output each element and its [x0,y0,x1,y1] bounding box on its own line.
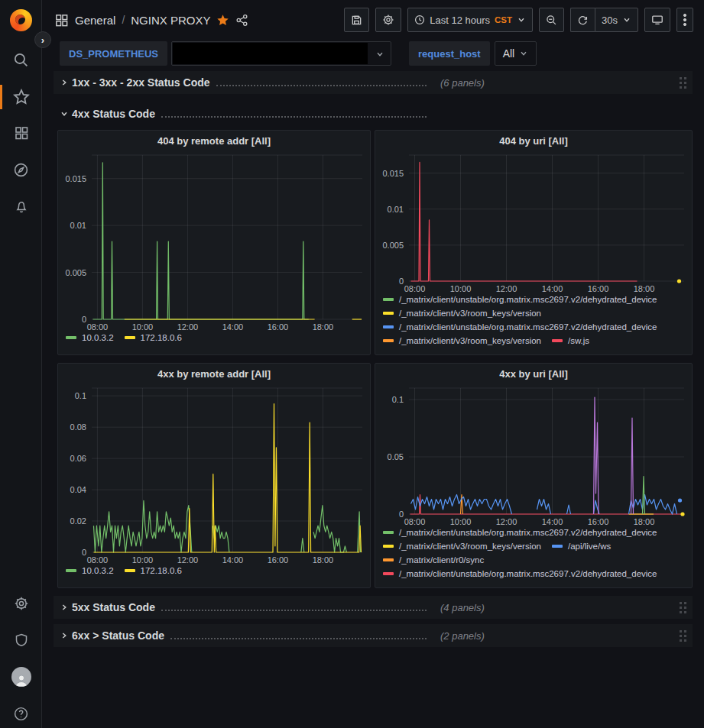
legend: 10.0.3.2172.18.0.6 [58,566,370,587]
x-axis-tick: 18:00 [634,517,655,526]
row-drag-handle[interactable] [680,630,686,642]
chart-canvas[interactable]: 00.050.108:0010:0012:0014:0016:0018:00 [375,383,692,528]
legend-swatch [66,569,76,572]
kebab-menu-button[interactable] [676,8,693,32]
legend-item[interactable]: /_matrix/client/v3/room_keys/version [383,336,541,345]
server-admin-shield-icon[interactable] [0,625,42,655]
time-series-chart[interactable]: 00.020.040.060.080.108:0010:0012:0014:00… [58,383,370,566]
panel-title[interactable]: 4xx by remote addr [All] [58,364,370,383]
tv-mode-button[interactable] [644,8,670,32]
help-icon[interactable] [0,698,42,728]
legend-label: /_matrix/client/v3/room_keys/version [399,542,541,551]
legend-item[interactable]: 10.0.3.2 [66,566,114,575]
chart-canvas[interactable]: 00.0050.010.01508:0010:0012:0014:0016:00… [375,150,692,295]
timezone-label: CST [495,15,512,24]
chevron-right-icon [60,631,72,640]
row-4xx[interactable]: 4xx Status Code [54,102,693,125]
variable-dropdown-request-host[interactable]: All [495,41,537,66]
refresh-icon [577,15,589,26]
refresh-button[interactable] [570,8,595,32]
row-panel-count: (2 panels) [440,630,485,642]
time-series-chart[interactable]: 00.0050.010.01508:0010:0012:0014:0016:00… [58,150,370,333]
y-axis-tick: 0.015 [65,174,86,183]
legend-label: /_matrix/client/unstable/org.matrix.msc2… [399,528,657,537]
legend-item[interactable]: 10.0.3.2 [66,333,114,342]
grafana-dashboard: { "app": { "accent": "#eb7b18", "link_bl… [0,0,704,728]
zoom-out-button[interactable] [539,8,564,32]
refresh-interval-picker[interactable]: 30s [595,8,638,32]
y-axis-tick: 0.01 [70,221,86,230]
variable-value: All [503,47,515,60]
x-axis-tick: 08:00 [87,555,109,565]
y-axis-tick: 0.005 [382,241,404,250]
legend-label: 172.18.0.6 [141,333,182,342]
starred-dashboards-icon[interactable] [0,82,42,112]
variable-dropdown-ds-prometheus[interactable] [171,41,391,66]
legend-item[interactable]: 172.18.0.6 [125,566,182,575]
legend-item[interactable]: /sw.js [552,336,589,345]
series-line [313,506,346,552]
x-axis-tick: 14:00 [542,517,563,526]
breadcrumb-dashboard-title[interactable]: NGINX PROXY [131,14,210,27]
grafana-logo-icon[interactable] [10,9,32,31]
alerting-bell-icon[interactable] [0,191,42,222]
row-drag-handle[interactable] [680,602,686,613]
explore-compass-icon[interactable] [0,154,42,185]
chevron-right-icon [60,78,72,87]
chart-canvas[interactable]: 00.020.040.060.080.108:0010:0012:0014:00… [58,383,370,566]
legend-swatch [552,339,563,342]
row-6xx[interactable]: 6xx > Status Code (2 panels) [54,624,693,647]
legend-item[interactable]: /api/live/ws [552,542,611,551]
sidebar-expand-button[interactable]: › [34,31,51,48]
row-title: 6xx > Status Code [72,629,164,642]
x-axis-tick: 10:00 [450,517,472,526]
time-series-chart[interactable]: 00.050.108:0010:0012:0014:0016:0018:00 [375,383,692,528]
legend-label: /_matrix/client/v3/room_keys/version [399,309,541,318]
legend-swatch [383,339,394,342]
share-icon[interactable] [235,14,248,27]
legend-item[interactable]: /_matrix/client/r0/sync [383,555,484,565]
time-range-picker[interactable]: Last 12 hours CST [407,8,533,32]
favorite-star-icon[interactable] [216,14,229,27]
row-1xx-3xx-2xx[interactable]: 1xx - 3xx - 2xx Status Code (6 panels) [54,71,693,94]
user-avatar[interactable] [0,662,42,692]
sidebar [0,0,42,728]
dashboards-icon[interactable] [0,118,42,148]
save-dashboard-button[interactable] [344,8,369,32]
search-icon[interactable] [0,44,42,75]
chart-canvas[interactable]: 00.0050.010.01508:0010:0012:0014:0016:00… [58,150,370,333]
legend-label: /_matrix/client/r0/sync [399,555,484,565]
legend: 10.0.3.2172.18.0.6 [58,333,370,354]
series-line [537,500,551,515]
series-line [94,404,362,553]
x-axis-tick: 18:00 [313,555,334,565]
series-line [301,539,304,552]
time-series-chart[interactable]: 00.0050.010.01508:0010:0012:0014:0016:00… [375,150,692,295]
series-line [629,495,677,515]
panel-title[interactable]: 4xx by uri [All] [375,364,692,383]
panel-title[interactable]: 404 by uri [All] [375,131,692,150]
top-navigation-bar: General / NGINX PROXY Last 12 hours CST … [42,0,704,40]
configuration-gear-icon[interactable] [0,588,42,619]
legend-item[interactable]: /_matrix/client/unstable/org.matrix.msc2… [383,528,657,537]
legend-item[interactable]: /_matrix/client/unstable/org.matrix.msc2… [383,322,657,332]
legend-item[interactable]: /_matrix/client/unstable/org.matrix.msc2… [383,295,657,304]
legend-label: 172.18.0.6 [141,566,182,575]
row-5xx[interactable]: 5xx Status Code (4 panels) [54,596,693,619]
legend-item[interactable]: /_matrix/client/v3/room_keys/version [383,542,541,551]
legend-label: /_matrix/client/unstable/org.matrix.msc2… [399,322,657,332]
apps-grid-icon [54,13,69,28]
legend-swatch [125,569,135,572]
legend-item[interactable]: 172.18.0.6 [125,333,182,342]
row-drag-handle[interactable] [680,77,686,89]
legend-item[interactable]: /_matrix/client/unstable/org.matrix.msc2… [383,569,657,578]
panel-title[interactable]: 404 by remote addr [All] [58,131,370,150]
breadcrumb-section[interactable]: General [75,14,115,27]
series-end-marker [678,498,682,502]
legend-swatch [383,312,394,315]
row-panel-count: (6 panels) [440,77,485,89]
dashboard-settings-button[interactable] [375,8,401,32]
x-axis-tick: 08:00 [404,284,426,293]
legend-item[interactable]: /_matrix/client/v3/room_keys/version [383,309,541,318]
legend: /_matrix/client/unstable/org.matrix.msc2… [375,295,692,354]
